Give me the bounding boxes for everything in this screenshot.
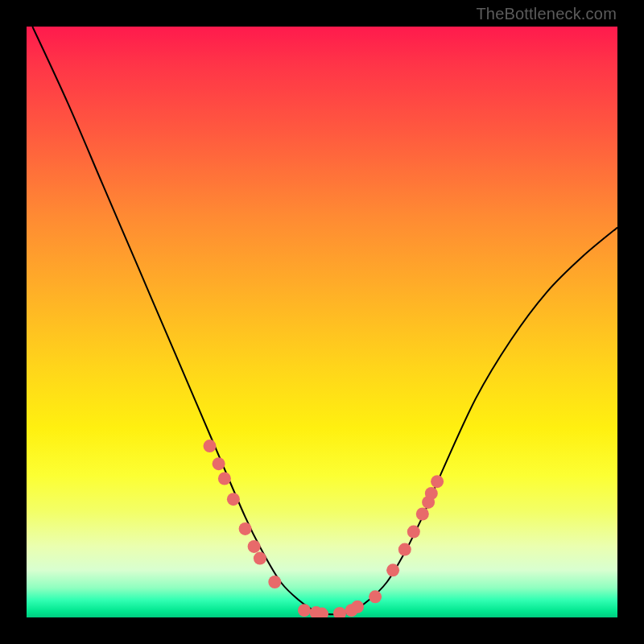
- curve-marker: [268, 576, 281, 588]
- curve-markers: [204, 440, 444, 617]
- curve-marker: [218, 473, 231, 485]
- curve-marker: [386, 564, 399, 576]
- curve-marker: [227, 493, 240, 506]
- curve-marker: [425, 487, 438, 500]
- curve-marker: [333, 607, 346, 617]
- bottleneck-curve-svg: [27, 27, 617, 617]
- curve-marker: [369, 590, 382, 603]
- curve-marker: [239, 522, 252, 535]
- curve-marker: [431, 475, 444, 488]
- chart-frame: TheBottleneck.com: [0, 0, 644, 644]
- curve-marker: [298, 604, 311, 617]
- plot-area: [27, 27, 617, 617]
- curve-marker: [204, 440, 217, 452]
- watermark-text: TheBottleneck.com: [476, 5, 617, 23]
- curve-marker: [254, 552, 266, 565]
- bottleneck-curve: [32, 27, 617, 614]
- curve-marker: [398, 543, 411, 556]
- curve-marker: [248, 540, 261, 553]
- curve-marker: [351, 601, 364, 613]
- curve-marker: [407, 526, 420, 539]
- curve-marker: [416, 508, 429, 521]
- curve-marker: [213, 457, 225, 470]
